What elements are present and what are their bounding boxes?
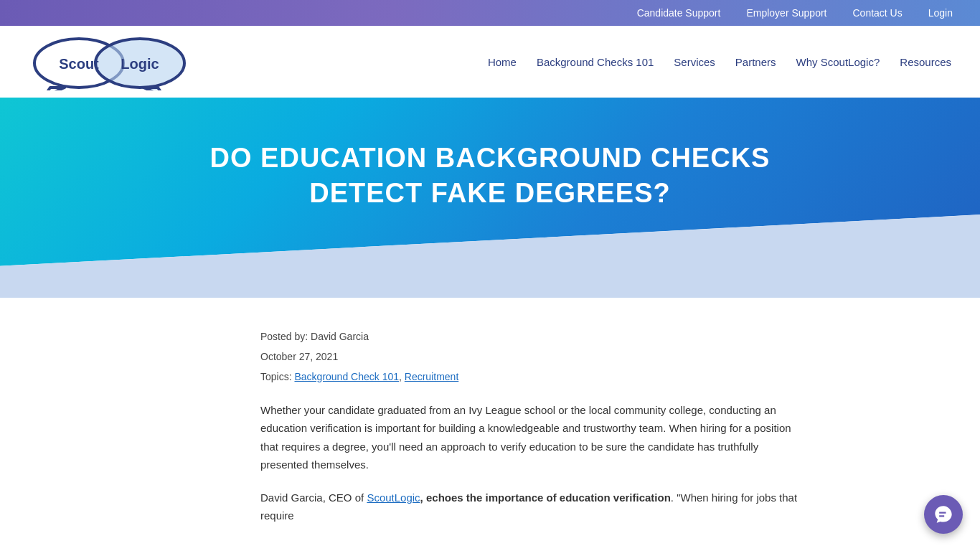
body-paragraph-2: David Garcia, CEO of ScoutLogic, echoes … [260, 489, 798, 525]
content-area: Posted by: David Garcia October 27, 2021… [167, 298, 813, 551]
nav-links: Home Background Checks 101 Services Part… [488, 56, 951, 68]
nav-partners[interactable]: Partners [735, 56, 776, 68]
nav-background-checks[interactable]: Background Checks 101 [537, 56, 654, 68]
post-author: Posted by: David Garcia [260, 331, 369, 342]
chat-icon [933, 504, 953, 524]
nav-resources[interactable]: Resources [900, 56, 951, 68]
hero-title: DO EDUCATION BACKGROUND CHECKS DETECT FA… [203, 141, 777, 212]
svg-marker-1 [44, 88, 65, 90]
hero-section: DO EDUCATION BACKGROUND CHECKS DETECT FA… [0, 98, 980, 298]
topic-background-check[interactable]: Background Check 101 [294, 371, 399, 382]
top-bar: Candidate Support Employer Support Conta… [0, 0, 980, 26]
post-body: Whether your candidate graduated from an… [260, 401, 798, 525]
login-link[interactable]: Login [915, 1, 966, 24]
chat-button[interactable] [924, 495, 963, 534]
employer-support-link[interactable]: Employer Support [733, 1, 839, 24]
contact-us-link[interactable]: Contact Us [839, 1, 915, 24]
nav-home[interactable]: Home [488, 56, 517, 68]
main-nav: Scout Logic Home Background Checks 101 S… [0, 26, 980, 98]
svg-text:Scout: Scout [59, 56, 99, 72]
scoutlogic-link[interactable]: ScoutLogic [367, 491, 420, 504]
candidate-support-link[interactable]: Candidate Support [624, 1, 734, 24]
post-topics: Topics: Background Check 101, Recruitmen… [260, 367, 798, 387]
post-meta: Posted by: David Garcia October 27, 2021… [260, 326, 798, 387]
post-date: October 27, 2021 [260, 347, 798, 367]
logo[interactable]: Scout Logic [29, 33, 187, 90]
topic-recruitment[interactable]: Recruitment [405, 371, 458, 382]
nav-why-scoutlogic[interactable]: Why ScoutLogic? [796, 56, 880, 68]
body-paragraph-1: Whether your candidate graduated from an… [260, 401, 798, 474]
svg-text:Logic: Logic [121, 56, 159, 72]
nav-services[interactable]: Services [674, 56, 715, 68]
